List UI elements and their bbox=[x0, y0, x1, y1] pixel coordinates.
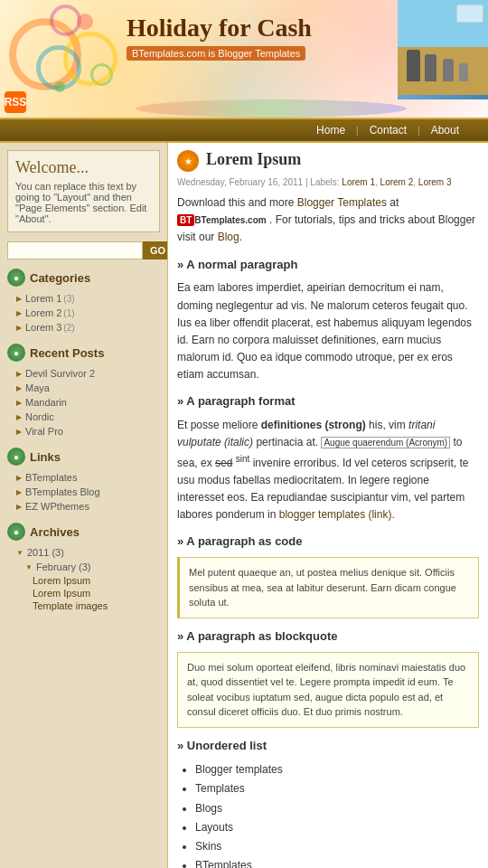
archives-year[interactable]: 2011 (3) bbox=[7, 545, 160, 560]
categories-title: Categories bbox=[30, 271, 90, 285]
labels-prefix: Labels: bbox=[310, 177, 339, 187]
header-title-area: Holiday for Cash BTemplates.com is Blogg… bbox=[127, 14, 416, 61]
list-item: Lorem 1(3) bbox=[16, 291, 160, 306]
post-avatar: ★ bbox=[177, 150, 199, 172]
recent-posts-list: Devil Survivor 2 Maya Mandarin Nordic Vi… bbox=[7, 366, 160, 439]
recent-posts-title: Recent Posts bbox=[30, 346, 104, 360]
site-title: Holiday for Cash bbox=[127, 14, 416, 42]
sup-text: sint bbox=[236, 454, 250, 464]
header: RSS Holiday for Cash BTemplates.com is B… bbox=[0, 0, 488, 118]
archives-post: Lorem Ipsum bbox=[7, 574, 160, 587]
nav-contact[interactable]: Contact bbox=[359, 118, 418, 143]
archives-post: Lorem Ipsum bbox=[7, 587, 160, 599]
list-item: Viral Pro bbox=[16, 424, 160, 439]
code-block: Mel putent quaeque an, ut postea melius … bbox=[177, 557, 479, 618]
acronym-text: Augue quaerendum (Acronym) bbox=[321, 437, 450, 448]
links-list: BTemplates BTemplates Blog EZ WPthemes bbox=[7, 470, 160, 514]
categories-icon: ● bbox=[7, 269, 25, 287]
category-link[interactable]: Lorem 1 bbox=[25, 293, 61, 304]
external-link[interactable]: EZ WPthemes bbox=[25, 501, 89, 512]
links-title: Links bbox=[30, 450, 61, 464]
list-item: Blogs bbox=[195, 799, 479, 818]
archives-post: Template images bbox=[7, 599, 160, 612]
list-item: Blogger templates bbox=[195, 760, 479, 779]
blogger-templates-link[interactable]: blogger templates (link) bbox=[279, 508, 392, 521]
category-link[interactable]: Lorem 3 bbox=[25, 322, 61, 333]
blockquote-block: Duo mei solum oporteat eleifend, libris … bbox=[177, 652, 479, 728]
links-widget: ● Links BTemplates BTemplates Blog EZ WP… bbox=[7, 448, 160, 514]
search-input[interactable] bbox=[7, 241, 143, 259]
post-header: ★ Lorem Ipsum bbox=[177, 150, 479, 172]
post-link[interactable]: Nordic bbox=[25, 411, 54, 422]
archives-header: ● Archives bbox=[7, 523, 160, 541]
photo-bg bbox=[398, 0, 488, 95]
photo-frame bbox=[456, 5, 483, 23]
post-link[interactable]: Maya bbox=[25, 382, 50, 393]
welcome-widget: Welcome... You can replace this text by … bbox=[7, 150, 160, 232]
list-item: Templates bbox=[195, 779, 479, 798]
links-header: ● Links bbox=[7, 448, 160, 466]
post-date: Wednesday, February 16, 2011 bbox=[177, 177, 303, 187]
header-photo bbox=[398, 0, 488, 99]
post-meta: Wednesday, February 16, 2011 | Labels: L… bbox=[177, 177, 479, 187]
label-link-1[interactable]: Lorem 1 bbox=[342, 177, 375, 187]
nav-home[interactable]: Home bbox=[305, 118, 356, 143]
figure-2 bbox=[425, 54, 436, 81]
label-link-2[interactable]: Lorem 2 bbox=[380, 177, 414, 187]
main-navigation: Home | Contact | About bbox=[0, 118, 488, 143]
strong-text: definitiones (strong) bbox=[261, 419, 366, 431]
section-heading-blockquote: A paragraph as blockquote bbox=[177, 627, 479, 646]
recent-posts-header: ● Recent Posts bbox=[7, 344, 160, 362]
unordered-list: Blogger templates Templates Blogs Layout… bbox=[177, 760, 479, 868]
categories-widget: ● Categories Lorem 1(3) Lorem 2(1) Lorem… bbox=[7, 269, 160, 335]
welcome-text: You can replace this text by going to "L… bbox=[15, 181, 152, 224]
figure-3 bbox=[443, 59, 454, 81]
figure-4 bbox=[459, 63, 468, 81]
list-item: EZ WPthemes bbox=[16, 499, 160, 514]
count-badge: (3) bbox=[63, 294, 74, 304]
archive-post-link[interactable]: Template images bbox=[33, 600, 108, 611]
section-heading-normal: A normal paragraph bbox=[177, 256, 479, 275]
main-layout: Welcome... You can replace this text by … bbox=[0, 143, 488, 868]
label-link-3[interactable]: Lorem 3 bbox=[418, 177, 452, 187]
links-icon: ● bbox=[7, 448, 25, 466]
paint-splatter bbox=[136, 99, 407, 118]
list-item: Mandarin bbox=[16, 395, 160, 410]
archives-month[interactable]: February (3) bbox=[7, 560, 160, 574]
blog-link[interactable]: Blog bbox=[218, 231, 239, 243]
post-link[interactable]: Mandarin bbox=[25, 397, 67, 408]
section-heading-format: A paragraph format bbox=[177, 392, 479, 411]
recent-posts-icon: ● bbox=[7, 344, 25, 362]
external-link[interactable]: BTemplates Blog bbox=[25, 486, 100, 497]
list-item: Layouts bbox=[195, 818, 479, 837]
paragraph-normal: Ea eam labores imperdiet, apeirian democ… bbox=[177, 279, 479, 383]
list-item: BTemplates Blog bbox=[16, 485, 160, 499]
count-badge: (1) bbox=[63, 308, 74, 318]
category-link[interactable]: Lorem 2 bbox=[25, 307, 61, 318]
figure-1 bbox=[407, 50, 420, 81]
btemplates-logo: BTBTemplates.com bbox=[177, 213, 267, 226]
archive-post-link[interactable]: Lorem Ipsum bbox=[33, 575, 90, 586]
section-heading-code: A paragraph as code bbox=[177, 533, 479, 552]
deco-circle-5 bbox=[63, 32, 117, 86]
external-link[interactable]: BTemplates bbox=[25, 472, 77, 483]
btemplates-link[interactable]: Blogger Templates bbox=[297, 196, 387, 209]
section-heading-unordered: Unordered list bbox=[177, 737, 479, 756]
photo-content bbox=[398, 0, 488, 99]
list-item: Devil Survivor 2 bbox=[16, 366, 160, 381]
del-text: sed bbox=[215, 457, 232, 469]
post-title: Lorem Ipsum bbox=[206, 150, 301, 169]
search-widget: GO bbox=[7, 241, 160, 259]
list-item: Lorem 2(1) bbox=[16, 306, 160, 320]
post-link[interactable]: Devil Survivor 2 bbox=[25, 368, 95, 379]
welcome-title: Welcome... bbox=[15, 158, 152, 177]
rss-icon: RSS bbox=[5, 91, 26, 113]
deco-blob-1 bbox=[77, 14, 93, 30]
blog-post: ★ Lorem Ipsum Wednesday, February 16, 20… bbox=[177, 150, 479, 868]
site-subtitle: BTemplates.com is Blogger Templates bbox=[127, 46, 305, 61]
nav-about[interactable]: About bbox=[420, 118, 470, 143]
paragraph-format: Et posse meliore definitiones (strong) h… bbox=[177, 417, 479, 524]
archives-icon: ● bbox=[7, 523, 25, 541]
post-link[interactable]: Viral Pro bbox=[25, 426, 63, 437]
archive-post-link[interactable]: Lorem Ipsum bbox=[33, 588, 90, 599]
